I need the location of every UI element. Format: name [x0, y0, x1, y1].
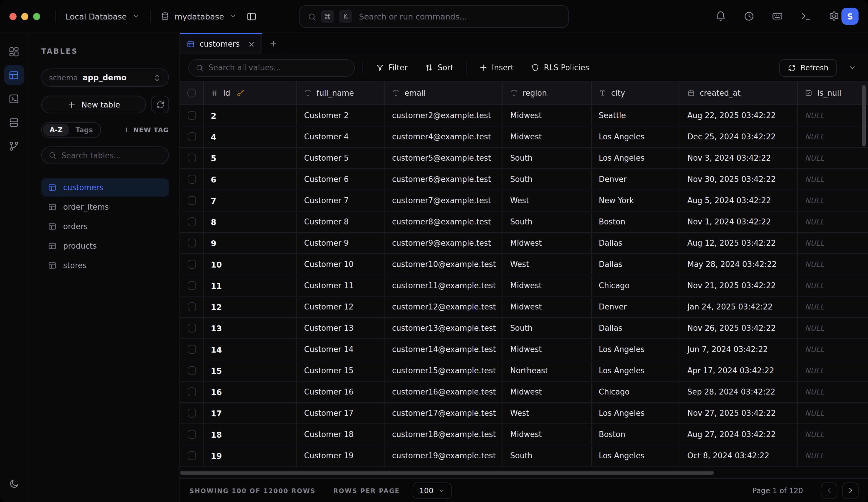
- cell-created_at[interactable]: Nov 21, 2025 03:42:22: [680, 275, 798, 296]
- rail-item-dashboard[interactable]: [4, 41, 24, 61]
- column-header-region[interactable]: region: [503, 82, 592, 105]
- cell-full_name[interactable]: Customer 2: [297, 105, 385, 126]
- cell-region[interactable]: South: [503, 445, 592, 467]
- cell-full_name[interactable]: Customer 10: [297, 254, 385, 275]
- row-checkbox[interactable]: [180, 169, 204, 190]
- refresh-options-button[interactable]: [844, 59, 860, 76]
- row-checkbox[interactable]: [180, 403, 204, 424]
- cell-region[interactable]: Midwest: [503, 381, 592, 403]
- cell-region[interactable]: Midwest: [503, 126, 592, 148]
- sidebar-table-orders[interactable]: orders: [41, 217, 169, 236]
- sidebar-table-stores[interactable]: stores: [41, 256, 169, 275]
- cell-email[interactable]: customer2@example.test: [385, 105, 503, 126]
- row-checkbox[interactable]: [180, 254, 204, 275]
- rail-item-query-editor[interactable]: [4, 89, 24, 109]
- cell-city[interactable]: Los Angeles: [592, 339, 680, 360]
- cell-id[interactable]: 8: [204, 212, 297, 233]
- row-checkbox[interactable]: [180, 424, 204, 445]
- tables-search-input[interactable]: [61, 151, 162, 160]
- cell-email[interactable]: customer17@example.test: [385, 403, 503, 424]
- cell-email[interactable]: customer19@example.test: [385, 445, 503, 467]
- cell-full_name[interactable]: Customer 17: [297, 403, 385, 424]
- cell-email[interactable]: customer15@example.test: [385, 360, 503, 381]
- cell-city[interactable]: Boston: [592, 212, 680, 233]
- rls-policies-button[interactable]: RLS Policies: [526, 63, 594, 72]
- select-all-checkbox[interactable]: [180, 82, 204, 105]
- cell-created_at[interactable]: Oct 8, 2024 03:42:22: [680, 445, 798, 467]
- tables-search[interactable]: [41, 146, 169, 164]
- cell-region[interactable]: West: [503, 403, 592, 424]
- cell-region[interactable]: Midwest: [503, 296, 592, 318]
- cell-is_null[interactable]: NULL: [798, 105, 868, 126]
- column-header-full_name[interactable]: full_name: [297, 82, 385, 105]
- cell-city[interactable]: Dallas: [592, 318, 680, 339]
- cell-region[interactable]: South: [503, 148, 592, 169]
- sidebar-table-order_items[interactable]: order_items: [41, 198, 169, 216]
- previous-page-button[interactable]: [821, 482, 837, 499]
- cell-created_at[interactable]: Nov 1, 2024 03:42:22: [680, 212, 798, 233]
- cell-is_null[interactable]: NULL: [798, 212, 868, 233]
- cell-email[interactable]: customer9@example.test: [385, 233, 503, 254]
- cell-region[interactable]: West: [503, 190, 592, 212]
- window-close-button[interactable]: [9, 13, 17, 20]
- cell-region[interactable]: Midwest: [503, 275, 592, 296]
- cell-created_at[interactable]: Dec 25, 2024 03:42:22: [680, 126, 798, 148]
- cell-id[interactable]: 13: [204, 318, 297, 339]
- cell-city[interactable]: Los Angeles: [592, 445, 680, 467]
- next-page-button[interactable]: [842, 482, 859, 499]
- cell-full_name[interactable]: Customer 7: [297, 190, 385, 212]
- cell-region[interactable]: Midwest: [503, 339, 592, 360]
- cell-city[interactable]: Seattle: [592, 105, 680, 126]
- window-minimize-button[interactable]: [21, 13, 28, 20]
- column-header-email[interactable]: email: [385, 82, 503, 105]
- insert-button[interactable]: Insert: [474, 63, 519, 72]
- cell-is_null[interactable]: NULL: [798, 233, 868, 254]
- cell-is_null[interactable]: NULL: [798, 126, 868, 148]
- cell-id[interactable]: 11: [204, 275, 297, 296]
- row-checkbox[interactable]: [180, 105, 204, 126]
- cell-city[interactable]: Boston: [592, 424, 680, 445]
- column-header-city[interactable]: city: [592, 82, 680, 105]
- cell-city[interactable]: Chicago: [592, 381, 680, 403]
- cell-email[interactable]: customer5@example.test: [385, 148, 503, 169]
- cell-email[interactable]: customer10@example.test: [385, 254, 503, 275]
- cell-is_null[interactable]: NULL: [798, 403, 868, 424]
- cell-city[interactable]: Los Angeles: [592, 126, 680, 148]
- cell-city[interactable]: Denver: [592, 296, 680, 318]
- cell-full_name[interactable]: Customer 19: [297, 445, 385, 467]
- cell-created_at[interactable]: Aug 5, 2024 03:42:22: [680, 190, 798, 212]
- cell-id[interactable]: 16: [204, 381, 297, 403]
- row-checkbox[interactable]: [180, 339, 204, 360]
- row-checkbox[interactable]: [180, 233, 204, 254]
- refresh-button[interactable]: Refresh: [779, 59, 837, 76]
- cell-is_null[interactable]: NULL: [798, 360, 868, 381]
- cell-email[interactable]: customer16@example.test: [385, 381, 503, 403]
- cell-email[interactable]: customer14@example.test: [385, 339, 503, 360]
- cell-is_null[interactable]: NULL: [798, 381, 868, 403]
- cell-full_name[interactable]: Customer 5: [297, 148, 385, 169]
- cell-created_at[interactable]: May 28, 2024 03:42:22: [680, 254, 798, 275]
- cell-id[interactable]: 19: [204, 445, 297, 467]
- cell-full_name[interactable]: Customer 12: [297, 296, 385, 318]
- cell-is_null[interactable]: NULL: [798, 339, 868, 360]
- cell-created_at[interactable]: Aug 27, 2024 03:42:22: [680, 424, 798, 445]
- cell-id[interactable]: 17: [204, 403, 297, 424]
- cell-city[interactable]: Los Angeles: [592, 403, 680, 424]
- row-checkbox[interactable]: [180, 212, 204, 233]
- tab-customers[interactable]: customers: [180, 33, 262, 54]
- sidebar-table-customers[interactable]: customers: [41, 178, 169, 197]
- sidebar-toggle-button[interactable]: [247, 11, 257, 22]
- cell-email[interactable]: customer18@example.test: [385, 424, 503, 445]
- row-checkbox[interactable]: [180, 190, 204, 212]
- database-switcher[interactable]: mydatabase: [160, 11, 237, 21]
- cell-created_at[interactable]: Aug 22, 2025 03:42:22: [680, 105, 798, 126]
- cell-region[interactable]: Midwest: [503, 233, 592, 254]
- new-tag-button[interactable]: NEW TAG: [123, 126, 169, 134]
- row-checkbox[interactable]: [180, 296, 204, 318]
- cell-email[interactable]: customer13@example.test: [385, 318, 503, 339]
- cell-id[interactable]: 4: [204, 126, 297, 148]
- cell-id[interactable]: 15: [204, 360, 297, 381]
- cell-is_null[interactable]: NULL: [798, 296, 868, 318]
- cell-id[interactable]: 2: [204, 105, 297, 126]
- cell-created_at[interactable]: Aug 12, 2025 03:42:22: [680, 233, 798, 254]
